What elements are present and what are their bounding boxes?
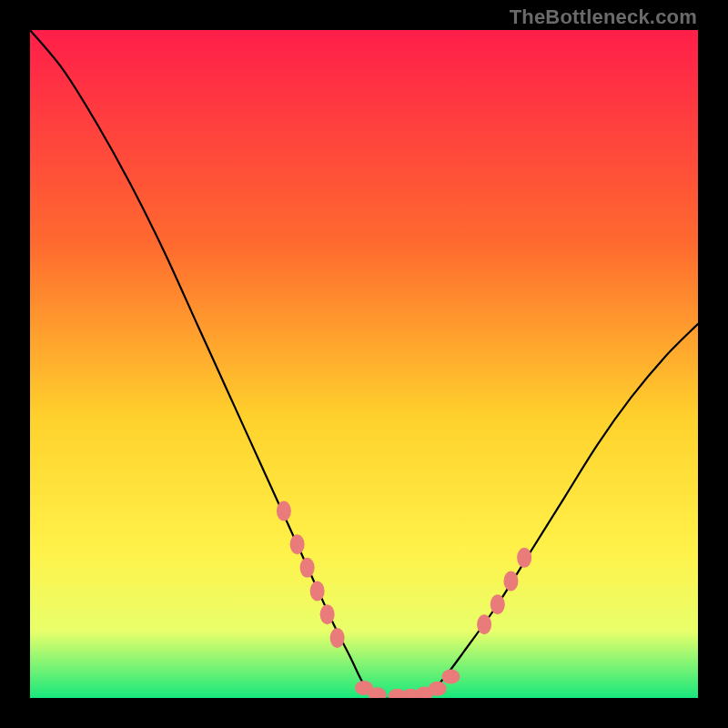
bottleneck-chart [30, 30, 698, 698]
data-marker [320, 604, 335, 624]
data-marker [517, 548, 531, 568]
data-marker [277, 500, 291, 521]
data-marker [441, 670, 460, 684]
data-marker [490, 594, 505, 614]
data-marker [330, 628, 345, 648]
data-marker [300, 558, 315, 578]
data-marker [503, 571, 518, 592]
data-marker [310, 581, 325, 602]
watermark-text: TheBottleneck.com [510, 5, 697, 29]
gradient-background [30, 30, 698, 698]
data-marker [477, 614, 491, 634]
data-marker [290, 534, 305, 554]
data-marker [429, 682, 447, 696]
chart-frame [30, 30, 698, 698]
